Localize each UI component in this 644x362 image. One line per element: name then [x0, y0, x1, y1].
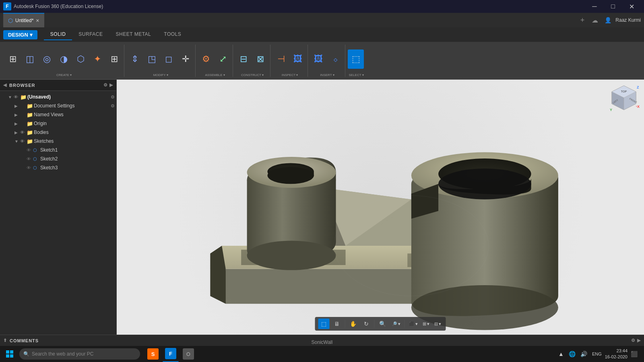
- scale-button[interactable]: ✛: [178, 49, 194, 69]
- layout-button[interactable]: ⊟▾: [433, 321, 443, 327]
- taskbar-notification-icon[interactable]: ▲: [557, 349, 566, 359]
- tab-close-icon[interactable]: ×: [36, 17, 39, 24]
- tree-item-named-views[interactable]: ▶ 📁 Named Views: [0, 110, 116, 119]
- assemble-label[interactable]: ASSEMBLE ▾: [204, 73, 225, 77]
- 3d-model: [117, 80, 644, 335]
- cross-section-button[interactable]: 🖼: [290, 49, 306, 69]
- taskbar-apps: S F ⬡: [145, 346, 196, 362]
- construct-label[interactable]: CONSTRUCT ▾: [240, 73, 264, 77]
- display-style-button[interactable]: ⬛▾: [407, 321, 419, 327]
- tree-item-sketch3[interactable]: 👁 ⬡ Sketch3: [0, 163, 116, 172]
- browser-collapse-icon[interactable]: ◀: [3, 82, 7, 88]
- taskbar-language: ENG: [592, 352, 602, 356]
- design-dropdown-icon: ▾: [30, 32, 33, 38]
- tab-sheet-metal[interactable]: SHEET METAL: [109, 29, 158, 40]
- close-button[interactable]: ✕: [622, 0, 641, 13]
- insert-mesh-button[interactable]: ⬦: [327, 49, 343, 69]
- modify-group: ⇕ ◳ ◻ ✛ MODIFY ▾: [125, 45, 196, 77]
- browser-expand-icon[interactable]: ▶: [109, 82, 113, 88]
- taskbar-sonicwall[interactable]: S: [145, 346, 161, 362]
- fillet-button[interactable]: ✦: [89, 49, 105, 69]
- angle-plane-button[interactable]: ⊠: [252, 49, 268, 69]
- measure-button[interactable]: ⊣: [273, 49, 289, 69]
- fillet2-button[interactable]: ◳: [144, 49, 160, 69]
- display-mode-button[interactable]: 🖥: [331, 319, 343, 329]
- browser-settings-icon[interactable]: ⚙: [103, 82, 108, 88]
- document-tab[interactable]: ⬡ Untitled* ×: [3, 13, 44, 27]
- taskbar: 🔍 Search the web and your PC S F ⬡ ▲ 🌐 🔊…: [0, 346, 644, 362]
- cloud-sync-icon[interactable]: ☁: [589, 16, 601, 24]
- box-button[interactable]: ⬡: [72, 49, 89, 69]
- tab-surface[interactable]: SURFACE: [72, 29, 109, 40]
- tree-item-document-settings[interactable]: ▶ 📁 Document Settings ⚙: [0, 101, 116, 110]
- taskbar-notification-center[interactable]: ⬛: [629, 349, 639, 359]
- offset-plane-button[interactable]: ⊟: [235, 49, 252, 69]
- svg-text:Z: Z: [637, 85, 639, 89]
- sketches-eye-icon: 👁: [20, 139, 27, 144]
- maximize-button[interactable]: □: [604, 0, 622, 13]
- tree-item-root[interactable]: ▼ 👁 📁 (Unsaved) ⚙: [0, 93, 116, 101]
- view-cube[interactable]: TOP LEFT FRONT Z X Y: [608, 84, 640, 116]
- insert-label[interactable]: INSERT ▾: [319, 73, 334, 77]
- tab-tools[interactable]: TOOLS: [157, 29, 188, 40]
- tree-item-sketch2[interactable]: 👁 ⬡ Sketch2: [0, 154, 116, 163]
- browser-title: BROWSER: [9, 83, 35, 88]
- revolve-button[interactable]: ◎: [39, 49, 55, 69]
- extrude-button[interactable]: ◫: [22, 49, 38, 69]
- user-profile-icon[interactable]: 👤: [603, 17, 613, 23]
- new-tab-button[interactable]: +: [578, 16, 587, 25]
- joint-button[interactable]: ⚙: [198, 49, 214, 69]
- orbit-button[interactable]: ↻: [361, 319, 372, 329]
- windows-start-button[interactable]: [2, 346, 18, 362]
- svg-rect-30: [6, 354, 9, 358]
- app-logo: F: [3, 2, 11, 10]
- press-pull-button[interactable]: ⇕: [127, 49, 143, 69]
- tab-solid[interactable]: SOLID: [44, 29, 72, 40]
- clock-time: 23:44: [605, 348, 627, 354]
- viewport[interactable]: TOP LEFT FRONT Z X Y ⬚ 🖥 ✋ ↻ 🔍 🔎▾ ⬛▾ ⊞▾ …: [117, 80, 644, 335]
- zoom-button[interactable]: 🔍: [377, 319, 388, 329]
- design-mode-button[interactable]: DESIGN ▾: [3, 30, 37, 39]
- taskbar-globe-icon[interactable]: 🌐: [567, 349, 577, 359]
- clock-date: 16-02-2020: [605, 354, 627, 360]
- tree-item-sketch1[interactable]: 👁 ⬡ Sketch1: [0, 146, 116, 154]
- comments-collapse-icon[interactable]: ▶: [637, 338, 641, 343]
- create-label[interactable]: CREATE ▾: [56, 73, 72, 77]
- zoom-dropdown-button[interactable]: 🔎▾: [390, 321, 402, 327]
- shell-button[interactable]: ◻: [161, 49, 177, 69]
- camera-mode-button[interactable]: ⬚: [318, 319, 330, 329]
- comments-expand-icon[interactable]: ⬆: [3, 338, 7, 343]
- taskbar-search[interactable]: 🔍 Search the web and your PC: [19, 348, 140, 360]
- tree-item-bodies[interactable]: ▶ 👁 📁 Bodies: [0, 128, 116, 137]
- sweep-button[interactable]: ◑: [56, 49, 72, 69]
- tree-item-origin[interactable]: ▶ 📁 Origin: [0, 119, 116, 128]
- grid-button[interactable]: ⊞▾: [421, 321, 431, 327]
- select-label[interactable]: SELECT ▾: [348, 73, 363, 77]
- insert-group: 🖼 ⬦ INSERT ▾: [309, 45, 345, 77]
- select-group: ⬚ SELECT ▾: [346, 45, 365, 77]
- taskbar-preparing-preview[interactable]: ⬡: [180, 346, 196, 362]
- tab-actions: + ☁ 👤 Raaz Kurmi: [578, 13, 641, 27]
- taskbar-volume-icon[interactable]: 🔊: [579, 349, 589, 359]
- select-button[interactable]: ⬚: [348, 49, 364, 69]
- new-component-button[interactable]: ⊞: [5, 49, 21, 69]
- toolbar-top: DESIGN ▾ SOLID SURFACE SHEET METAL TOOLS: [0, 27, 644, 42]
- svg-rect-28: [6, 350, 9, 354]
- titlebar: F Autodesk Fusion 360 (Education License…: [0, 0, 644, 13]
- modify-label[interactable]: MODIFY ▾: [152, 73, 168, 77]
- taskbar-fusion360[interactable]: F: [163, 346, 179, 362]
- minimize-button[interactable]: ─: [585, 0, 604, 13]
- taskbar-clock[interactable]: 23:44 16-02-2020: [605, 348, 627, 360]
- tree-item-sketches[interactable]: ▼ 👁 📁 Sketches: [0, 137, 116, 146]
- insert-svg-button[interactable]: 🖼: [310, 49, 326, 69]
- inspect-label[interactable]: INSPECT ▾: [281, 73, 298, 77]
- comments-settings-icon[interactable]: ⚙: [631, 338, 636, 343]
- motion-button[interactable]: ⤢: [215, 49, 231, 69]
- tab-title: Untitled*: [15, 18, 33, 23]
- pan-button[interactable]: ✋: [348, 319, 359, 329]
- app-title: Autodesk Fusion 360 (Education License): [14, 4, 103, 9]
- pattern-button[interactable]: ⊞: [106, 49, 122, 69]
- browser-panel: ◀ BROWSER ⚙ ▶ ▼ 👁 📁 (Unsaved) ⚙ ▶: [0, 80, 117, 335]
- tab-app-icon: ⬡: [8, 17, 13, 24]
- bodies-eye-icon: 👁: [20, 130, 27, 135]
